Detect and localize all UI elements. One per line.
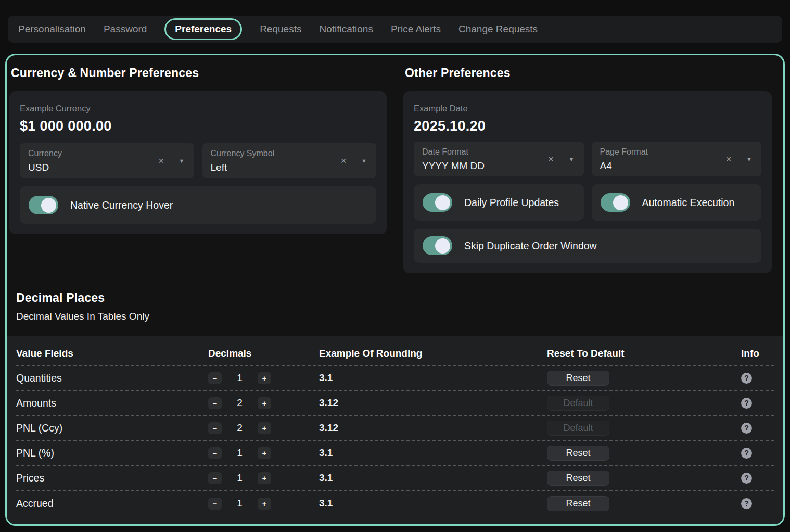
example-currency-label: Example Currency bbox=[20, 104, 376, 113]
tab-notifications[interactable]: Notifications bbox=[319, 19, 373, 39]
automatic-execution-toggle[interactable] bbox=[601, 193, 630, 212]
increment-button[interactable]: + bbox=[258, 472, 271, 484]
rounding-example: 3.1 bbox=[319, 498, 547, 509]
header-reset-to-default: Reset To Default bbox=[547, 348, 737, 359]
rounding-example: 3.1 bbox=[319, 372, 547, 384]
table-header-row: Value Fields Decimals Example Of Roundin… bbox=[16, 345, 774, 366]
table-row-amounts: Amounts − 2 + 3.12 Default ? bbox=[16, 391, 774, 416]
native-currency-hover-toggle[interactable] bbox=[29, 196, 58, 214]
info-icon[interactable]: ? bbox=[741, 473, 752, 484]
toggle-knob bbox=[41, 198, 56, 213]
example-currency-block: Example Currency $1 000 000.00 bbox=[20, 104, 376, 134]
toggle-knob bbox=[613, 195, 628, 210]
other-preferences-section: Other Preferences Example Date 2025.10.2… bbox=[403, 62, 772, 273]
chevron-down-icon[interactable]: ▼ bbox=[361, 158, 367, 163]
decimals-value: 1 bbox=[237, 372, 243, 384]
info-icon[interactable]: ? bbox=[741, 448, 752, 459]
decimals-value: 1 bbox=[237, 498, 243, 509]
rounding-example: 3.1 bbox=[319, 472, 547, 484]
decrement-button[interactable]: − bbox=[208, 397, 222, 409]
currency-section-title: Currency & Number Preferences bbox=[11, 66, 387, 80]
header-example-of-rounding: Example Of Rounding bbox=[319, 348, 547, 359]
header-info: Info bbox=[737, 348, 774, 359]
row-label: Prices bbox=[16, 472, 208, 484]
tab-preferences[interactable]: Preferences bbox=[164, 18, 242, 40]
clear-icon[interactable]: ✕ bbox=[158, 157, 164, 164]
info-icon[interactable]: ? bbox=[741, 423, 752, 434]
clear-icon[interactable]: ✕ bbox=[340, 157, 347, 164]
row-label: Amounts bbox=[16, 397, 208, 409]
info-icon[interactable]: ? bbox=[741, 498, 752, 509]
example-date-value: 2025.10.20 bbox=[414, 118, 761, 134]
example-date-block: Example Date 2025.10.20 bbox=[414, 104, 761, 134]
other-toggles-row: Daily Profile Updates Automatic Executio… bbox=[414, 184, 761, 221]
currency-card: Example Currency $1 000 000.00 Currency … bbox=[9, 91, 387, 234]
toggle-knob bbox=[435, 195, 450, 210]
tab-password[interactable]: Password bbox=[104, 19, 147, 39]
rounding-example: 3.12 bbox=[319, 422, 547, 434]
settings-tab-bar: Personalisation Password Preferences Req… bbox=[8, 16, 782, 43]
row-label: Quantities bbox=[16, 372, 208, 384]
decimals-value: 1 bbox=[237, 472, 243, 484]
increment-button[interactable]: + bbox=[258, 372, 271, 384]
table-row-accrued: Accrued − 1 + 3.1 Reset ? bbox=[16, 491, 774, 516]
clear-icon[interactable]: ✕ bbox=[725, 156, 732, 163]
daily-profile-updates-label: Daily Profile Updates bbox=[464, 197, 559, 209]
increment-button[interactable]: + bbox=[258, 422, 271, 434]
skip-duplicate-order-window-toggle[interactable] bbox=[423, 236, 452, 255]
reset-button[interactable]: Reset bbox=[547, 446, 609, 461]
default-button: Default bbox=[547, 396, 609, 411]
rounding-example: 3.1 bbox=[319, 447, 547, 459]
skip-duplicate-order-window-row: Skip Duplicate Order Window bbox=[414, 229, 761, 263]
tab-requests[interactable]: Requests bbox=[260, 19, 301, 39]
other-section-title: Other Preferences bbox=[405, 66, 772, 80]
decimals-value: 2 bbox=[237, 397, 243, 409]
decrement-button[interactable]: − bbox=[208, 472, 222, 484]
table-row-pnl-pct: PNL (%) − 1 + 3.1 Reset ? bbox=[16, 441, 774, 466]
clear-icon[interactable]: ✕ bbox=[548, 156, 554, 163]
other-field-row: Date Format YYYY MM DD ✕ ▼ Page Format A… bbox=[414, 142, 761, 176]
decimals-stepper: − 1 + bbox=[208, 372, 271, 384]
info-icon[interactable]: ? bbox=[741, 373, 752, 384]
decrement-button[interactable]: − bbox=[208, 498, 222, 510]
decrement-button[interactable]: − bbox=[208, 422, 222, 434]
daily-profile-updates-toggle[interactable] bbox=[423, 193, 452, 212]
decimals-stepper: − 2 + bbox=[208, 422, 271, 434]
decimal-places-title: Decimal Places bbox=[16, 291, 783, 305]
default-button: Default bbox=[547, 421, 609, 436]
decrement-button[interactable]: − bbox=[208, 447, 222, 459]
automatic-execution-label: Automatic Execution bbox=[642, 197, 735, 209]
reset-button[interactable]: Reset bbox=[547, 471, 609, 486]
top-columns: Currency & Number Preferences Example Cu… bbox=[7, 62, 783, 273]
increment-button[interactable]: + bbox=[258, 447, 271, 459]
chevron-down-icon[interactable]: ▼ bbox=[179, 158, 185, 163]
automatic-execution-row: Automatic Execution bbox=[592, 184, 762, 221]
chevron-down-icon[interactable]: ▼ bbox=[569, 156, 575, 162]
reset-button[interactable]: Reset bbox=[547, 371, 609, 386]
table-row-prices: Prices − 1 + 3.1 Reset ? bbox=[16, 466, 774, 491]
daily-profile-updates-row: Daily Profile Updates bbox=[414, 184, 584, 221]
tab-change-requests[interactable]: Change Requests bbox=[458, 19, 538, 39]
native-currency-hover-label: Native Currency Hover bbox=[70, 199, 173, 211]
tab-personalisation[interactable]: Personalisation bbox=[18, 19, 86, 39]
toggle-knob bbox=[435, 238, 450, 254]
chevron-down-icon[interactable]: ▼ bbox=[746, 156, 752, 162]
increment-button[interactable]: + bbox=[258, 498, 271, 510]
example-currency-value: $1 000 000.00 bbox=[20, 118, 376, 134]
tab-price-alerts[interactable]: Price Alerts bbox=[391, 19, 441, 39]
table-row-pnl-ccy: PNL (Ccy) − 2 + 3.12 Default ? bbox=[16, 416, 774, 441]
row-label: PNL (Ccy) bbox=[16, 422, 208, 434]
currency-select[interactable]: Currency USD ✕ ▼ bbox=[20, 143, 194, 178]
decimals-value: 1 bbox=[237, 447, 243, 459]
increment-button[interactable]: + bbox=[258, 397, 271, 409]
reset-button[interactable]: Reset bbox=[547, 496, 609, 511]
date-format-select[interactable]: Date Format YYYY MM DD ✕ ▼ bbox=[414, 142, 584, 176]
currency-symbol-select[interactable]: Currency Symbol Left ✕ ▼ bbox=[202, 143, 377, 178]
decimals-value: 2 bbox=[237, 422, 243, 434]
page-format-select[interactable]: Page Format A4 ✕ ▼ bbox=[592, 142, 762, 176]
decrement-button[interactable]: − bbox=[208, 372, 222, 384]
info-icon[interactable]: ? bbox=[741, 398, 752, 409]
skip-duplicate-order-window-label: Skip Duplicate Order Window bbox=[464, 240, 597, 252]
currency-field-row: Currency USD ✕ ▼ Currency Symbol Left ✕ … bbox=[20, 143, 376, 178]
decimal-places-header: Decimal Places Decimal Values In Tables … bbox=[16, 291, 783, 336]
